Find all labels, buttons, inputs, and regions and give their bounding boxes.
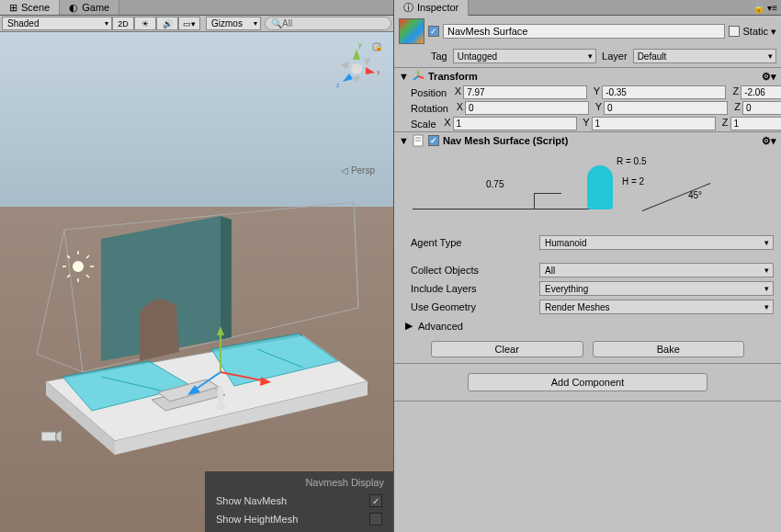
tab-scene-label: Scene xyxy=(21,2,50,13)
svg-rect-43 xyxy=(41,432,56,441)
svg-point-42 xyxy=(218,386,223,391)
scene-search[interactable]: 🔍 All xyxy=(265,17,391,30)
show-navmesh-label: Show NavMesh xyxy=(216,495,287,506)
transform-foldout[interactable]: ▼ xyxy=(399,71,408,82)
gameobject-name-input[interactable] xyxy=(443,24,725,39)
svg-marker-2 xyxy=(343,74,353,82)
gameobject-header: Static ▾ xyxy=(394,16,781,47)
agent-type-dropdown[interactable]: Humanoid xyxy=(539,235,774,250)
position-label: Position xyxy=(411,87,447,98)
svg-text:y: y xyxy=(358,41,362,49)
transform-title: Transform xyxy=(428,71,478,82)
bake-button[interactable]: Bake xyxy=(593,341,745,357)
scale-label: Scale xyxy=(411,119,436,130)
rotation-z-input[interactable] xyxy=(742,101,781,115)
navmesh-foldout[interactable]: ▼ xyxy=(399,135,408,146)
tab-game[interactable]: ◐ Game xyxy=(60,0,119,15)
gameobject-active-checkbox[interactable] xyxy=(428,26,439,37)
svg-text:🔒: 🔒 xyxy=(375,43,383,51)
agent-radius-label: R = 0.5 xyxy=(617,156,647,166)
svg-marker-1 xyxy=(366,67,375,74)
navmesh-surface-component: ▼ Nav Mesh Surface (Script) ⚙▾ 0.75 R = … xyxy=(394,131,781,363)
advanced-label: Advanced xyxy=(418,321,463,332)
svg-rect-41 xyxy=(218,391,223,407)
perspective-label: ◁ Persp xyxy=(341,165,375,175)
svg-line-22 xyxy=(86,255,89,258)
audio-toggle[interactable]: 🔊 xyxy=(156,17,178,30)
rotation-y-input[interactable] xyxy=(604,101,728,115)
scene-3d-content xyxy=(28,198,368,455)
svg-text:z: z xyxy=(336,82,340,88)
show-navmesh-checkbox[interactable] xyxy=(369,494,382,507)
agent-slope-label: 45° xyxy=(688,190,702,200)
2d-toggle[interactable]: 2D xyxy=(112,17,134,30)
scale-z-input[interactable] xyxy=(730,117,781,130)
tab-game-label: Game xyxy=(82,2,109,13)
tab-inspector[interactable]: ⓘ Inspector xyxy=(394,0,469,16)
tag-label: Tag xyxy=(431,51,447,62)
svg-line-47 xyxy=(413,76,418,80)
navmesh-title: Nav Mesh Surface (Script) xyxy=(443,135,568,146)
clear-button[interactable]: Clear xyxy=(431,341,583,357)
svg-line-12 xyxy=(64,230,83,372)
layer-dropdown[interactable]: Default xyxy=(633,49,776,63)
scale-x-input[interactable] xyxy=(453,117,577,130)
lock-icon[interactable]: 🔒 xyxy=(753,2,764,13)
gizmos-dropdown[interactable]: Gizmos xyxy=(206,17,261,30)
fx-toggle[interactable]: ▭▾ xyxy=(178,17,200,30)
agent-height-label: H = 2 xyxy=(622,176,644,187)
transform-gear-icon[interactable]: ⚙▾ xyxy=(762,71,776,83)
add-component-button[interactable]: Add Component xyxy=(468,373,707,391)
transform-icon xyxy=(412,70,424,83)
lighting-toggle[interactable]: ☀ xyxy=(134,17,156,30)
static-label: Static xyxy=(742,26,768,37)
transform-component: ▼ Transform ⚙▾ Position X Y Z Rotation xyxy=(394,67,781,131)
search-icon: 🔍 xyxy=(271,18,282,28)
orientation-gizmo[interactable]: y x z 🔒 xyxy=(329,41,384,96)
include-layers-dropdown[interactable]: Everything xyxy=(539,281,774,296)
navmesh-display-overlay: Navmesh Display Show NavMesh Show Height… xyxy=(205,471,393,532)
svg-line-21 xyxy=(67,275,70,277)
agent-cylinder-icon xyxy=(587,165,613,209)
panel-menu-icon[interactable]: ▾≡ xyxy=(767,3,777,13)
position-y-input[interactable] xyxy=(602,85,726,99)
collect-objects-dropdown[interactable]: All xyxy=(539,263,774,277)
position-x-input[interactable] xyxy=(463,85,587,99)
tab-inspector-label: Inspector xyxy=(417,2,458,13)
svg-text:x: x xyxy=(377,69,380,75)
pacman-icon: ◐ xyxy=(69,2,78,14)
show-heightmesh-label: Show HeightMesh xyxy=(216,514,298,525)
svg-marker-44 xyxy=(56,430,62,443)
tag-dropdown[interactable]: Untagged xyxy=(453,49,596,63)
agent-step-label: 0.75 xyxy=(486,179,504,189)
tab-scene[interactable]: ⊞ Scene xyxy=(0,0,60,15)
navmesh-enabled-checkbox[interactable] xyxy=(428,135,439,146)
show-heightmesh-checkbox[interactable] xyxy=(369,513,382,526)
static-dropdown-icon[interactable]: ▾ xyxy=(771,26,776,38)
gameobject-icon[interactable] xyxy=(399,18,424,44)
svg-line-46 xyxy=(418,76,424,78)
info-icon: ⓘ xyxy=(403,1,413,15)
advanced-foldout[interactable]: ▶ xyxy=(405,320,414,332)
use-geometry-label: Use Geometry xyxy=(411,301,530,312)
static-checkbox[interactable] xyxy=(729,26,740,37)
svg-marker-0 xyxy=(353,49,360,60)
navmesh-display-title: Navmesh Display xyxy=(205,475,393,492)
inspector-tabs: ⓘ Inspector 🔒 ▾≡ xyxy=(394,0,781,16)
rotation-x-input[interactable] xyxy=(465,101,589,115)
scene-toolbar: Shaded 2D ☀ 🔊 ▭▾ Gizmos 🔍 All xyxy=(0,16,393,32)
shading-mode-dropdown[interactable]: Shaded xyxy=(2,17,112,30)
use-geometry-dropdown[interactable]: Render Meshes xyxy=(539,300,774,314)
svg-point-14 xyxy=(73,261,84,272)
svg-marker-5 xyxy=(364,58,371,65)
position-z-input[interactable] xyxy=(741,85,781,99)
scene-viewport[interactable]: y x z 🔒 ◁ Persp xyxy=(0,32,393,532)
scale-y-input[interactable] xyxy=(592,117,716,130)
svg-marker-4 xyxy=(340,62,349,69)
agent-diagram: 0.75 R = 0.5 H = 2 45° xyxy=(413,154,763,228)
grid-icon: ⊞ xyxy=(9,2,17,14)
rotation-label: Rotation xyxy=(411,103,448,114)
navmesh-gear-icon[interactable]: ⚙▾ xyxy=(762,135,776,147)
agent-type-label: Agent Type xyxy=(411,237,530,248)
svg-marker-31 xyxy=(221,216,232,340)
